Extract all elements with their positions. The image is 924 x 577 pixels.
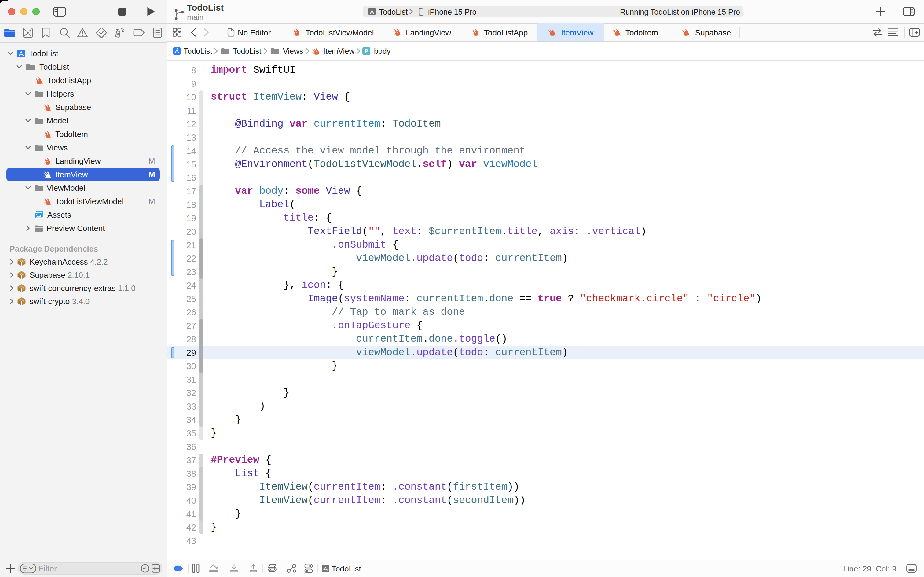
svg-text:P: P [365, 48, 369, 55]
